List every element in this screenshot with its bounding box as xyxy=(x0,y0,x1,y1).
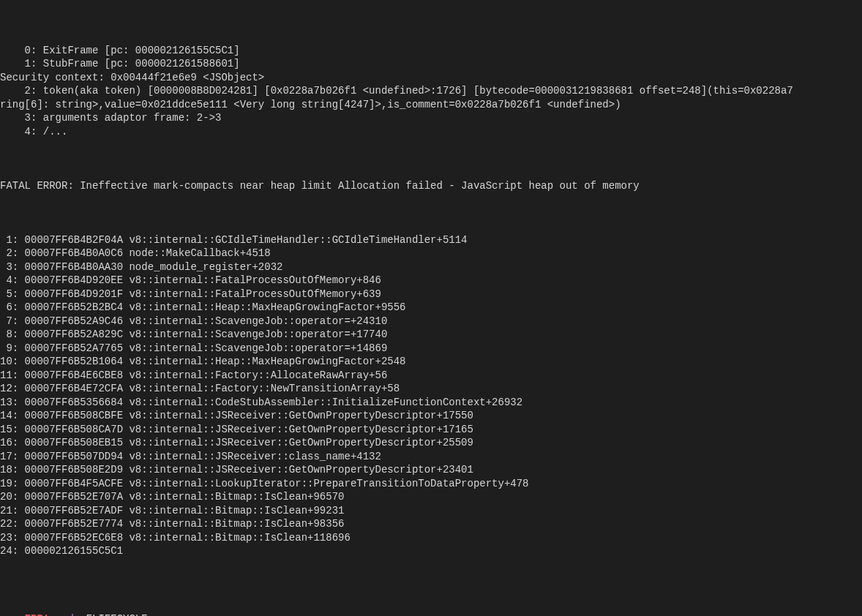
npm-err-code: npm ERR! code ELIFECYCLE xyxy=(0,612,862,617)
stack-frame-line: 20: 00007FF6B52E707A v8::internal::Bitma… xyxy=(0,490,862,504)
preamble-line: 1: StubFrame [pc: 0000021261588601] xyxy=(0,57,862,71)
err-key-code: code xyxy=(56,613,80,617)
stack-frame-line: 17: 00007FF6B507DD94 v8::internal::JSRec… xyxy=(0,450,862,464)
npm-prefix: npm xyxy=(0,613,18,617)
stack-frame-line: 12: 00007FF6B4E72CFA v8::internal::Facto… xyxy=(0,382,862,396)
stack-frame-line: 13: 00007FF6B5356684 v8::internal::CodeS… xyxy=(0,396,862,410)
stack-frame-line: 11: 00007FF6B4E6CBE8 v8::internal::Facto… xyxy=(0,369,862,383)
stack-frame-line: 7: 00007FF6B52A9C46 v8::internal::Scaven… xyxy=(0,315,862,328)
stack-frame-line: 1: 00007FF6B4B2F04A v8::internal::GCIdle… xyxy=(0,233,862,247)
stack-frame-line: 9: 00007FF6B52A7765 v8::internal::Scaven… xyxy=(0,342,862,356)
stack-frame-line: 3: 00007FF6B4B0AA30 node_module_register… xyxy=(0,260,862,274)
stack-frame-line: 10: 00007FF6B52B1064 v8::internal::Heap:… xyxy=(0,355,862,369)
stack-frame-line: 23: 00007FF6B52EC6E8 v8::internal::Bitma… xyxy=(0,531,862,545)
preamble-line: 3: arguments adaptor frame: 2->3 xyxy=(0,111,862,125)
stack-frame-line: 19: 00007FF6B4F5ACFE v8::internal::Looku… xyxy=(0,477,862,491)
preamble-line: 0: ExitFrame [pc: 000002126155C5C1] xyxy=(0,44,862,58)
preamble-line: 2: token(aka token) [0000008B8D024281] [… xyxy=(0,84,862,98)
stack-frame-line: 16: 00007FF6B508EB15 v8::internal::JSRec… xyxy=(0,436,862,450)
stack-frame-line: 15: 00007FF6B508CA7D v8::internal::JSRec… xyxy=(0,423,862,437)
stack-frame-line: 14: 00007FF6B508CBFE v8::internal::JSRec… xyxy=(0,409,862,423)
terminal-output[interactable]: 0: ExitFrame [pc: 000002126155C5C1] 1: S… xyxy=(0,0,862,616)
fatal-error-line: FATAL ERROR: Ineffective mark-compacts n… xyxy=(0,179,862,193)
preamble-line: ring[6]: string>,value=0x021ddce5e111 <V… xyxy=(0,98,862,112)
stack-frame-line: 24: 000002126155C5C1 xyxy=(0,544,862,558)
stack-frame-line: 4: 00007FF6B4D920EE v8::internal::FatalP… xyxy=(0,274,862,288)
native-stack-trace: 1: 00007FF6B4B2F04A v8::internal::GCIdle… xyxy=(0,233,862,558)
preamble-line: 4: /... xyxy=(0,125,862,139)
err-label: ERR! xyxy=(25,613,50,617)
stack-frame-line: 22: 00007FF6B52E7774 v8::internal::Bitma… xyxy=(0,517,862,531)
stack-frame-line: 2: 00007FF6B4B0A0C6 node::MakeCallback+4… xyxy=(0,247,862,260)
stack-frame-line: 6: 00007FF6B52B2BC4 v8::internal::Heap::… xyxy=(0,301,862,315)
stack-preamble: 0: ExitFrame [pc: 000002126155C5C1] 1: S… xyxy=(0,44,862,139)
preamble-line: Security context: 0x00444f21e6e9 <JSObje… xyxy=(0,71,862,85)
stack-frame-line: 21: 00007FF6B52E7ADF v8::internal::Bitma… xyxy=(0,504,862,518)
stack-frame-line: 8: 00007FF6B52A829C v8::internal::Scaven… xyxy=(0,328,862,342)
stack-frame-line: 18: 00007FF6B508E2D9 v8::internal::JSRec… xyxy=(0,463,862,477)
stack-frame-line: 5: 00007FF6B4D9201F v8::internal::FatalP… xyxy=(0,288,862,301)
err-code-value: ELIFECYCLE xyxy=(86,613,148,617)
